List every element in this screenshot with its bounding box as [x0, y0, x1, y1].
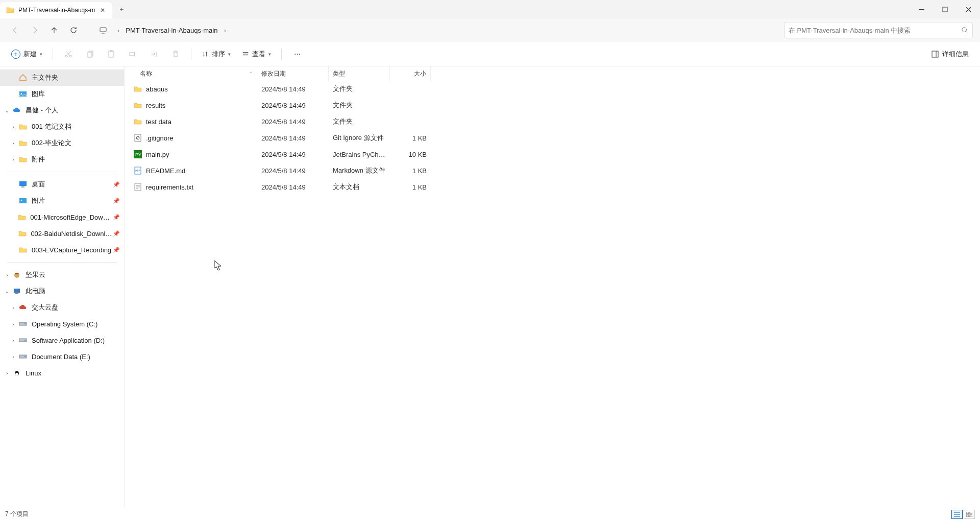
file-date: 2024/5/8 14:49 [257, 118, 329, 126]
tab-close-button[interactable]: ✕ [99, 7, 106, 14]
sidebar-quick-item[interactable]: 003-EVCapture_Recording📌 [0, 242, 124, 258]
sidebar-drive-item[interactable]: ›Operating System (C:) [0, 316, 124, 332]
file-type: Git Ignore 源文件 [329, 133, 390, 143]
search-box[interactable] [784, 22, 973, 38]
refresh-button[interactable] [65, 22, 82, 38]
share-button[interactable] [145, 46, 163, 62]
chevron-right-icon[interactable]: › [2, 370, 12, 376]
chevron-right-icon[interactable]: › [223, 27, 227, 34]
sort-button[interactable]: 排序 ▾ [198, 46, 235, 62]
tab-current[interactable]: PMT-Traversal-in-Abauqs-mai ✕ [0, 2, 112, 18]
sidebar-item[interactable]: ›001-笔记文档 [0, 119, 124, 135]
sidebar-onedrive[interactable]: ⌄ 昌健 - 个人 [0, 102, 124, 119]
sidebar-item[interactable]: ›附件 [0, 151, 124, 168]
file-name: requirements.txt [146, 183, 193, 191]
column-size[interactable]: 大小 [390, 66, 431, 81]
file-row[interactable]: test data2024/5/8 14:49文件夹 [125, 113, 980, 130]
sidebar-nutstore[interactable]: › 坚果云 [0, 267, 124, 283]
file-row[interactable]: PYmain.py2024/5/8 14:49JetBrains PyChar.… [125, 146, 980, 162]
icons-view-toggle[interactable] [964, 510, 975, 519]
maximize-button[interactable] [933, 0, 957, 18]
up-button[interactable] [46, 22, 62, 38]
svg-point-22 [24, 340, 26, 341]
view-button[interactable]: 查看 ▾ [238, 46, 275, 62]
pin-icon: 📌 [113, 247, 120, 253]
file-row[interactable]: .gitignore2024/5/8 14:49Git Ignore 源文件1 … [125, 130, 980, 146]
folder-icon [6, 6, 14, 14]
folder-icon [18, 245, 28, 254]
chevron-right-icon[interactable]: › [8, 140, 18, 146]
svg-rect-5 [88, 52, 92, 57]
svg-rect-1 [100, 28, 106, 32]
file-type: 文本文档 [329, 182, 390, 192]
copy-button[interactable] [81, 46, 99, 62]
column-date[interactable]: 修改日期 [257, 66, 329, 81]
details-view-toggle[interactable] [951, 510, 963, 519]
column-type[interactable]: 类型 [329, 66, 390, 81]
search-input[interactable] [789, 27, 961, 34]
sidebar-drive-item[interactable]: ›交大云盘 [0, 299, 124, 316]
more-button[interactable]: ⋯ [288, 46, 306, 62]
chevron-right-icon[interactable]: › [2, 272, 12, 278]
delete-button[interactable] [166, 46, 185, 62]
rename-button[interactable] [124, 46, 142, 62]
nav-pane[interactable]: 主文件夹 图库 ⌄ 昌健 - 个人 ›001-笔记文档›002-毕业论文›附件 … [0, 66, 125, 508]
new-button[interactable]: + 新建 ▾ [7, 46, 46, 62]
back-button[interactable] [7, 22, 23, 38]
file-list[interactable]: abaqus2024/5/8 14:49文件夹results2024/5/8 1… [125, 81, 980, 508]
sidebar-item[interactable]: ›002-毕业论文 [0, 135, 124, 151]
file-type: 文件夹 [329, 84, 390, 93]
chevron-right-icon[interactable]: › [8, 124, 18, 130]
forward-button[interactable] [27, 22, 43, 38]
details-pane-button[interactable]: 详细信息 [927, 46, 973, 62]
chevron-down-icon: ▾ [228, 52, 231, 57]
paste-button[interactable] [102, 46, 120, 62]
search-icon[interactable] [961, 27, 968, 34]
sidebar-quick-item[interactable]: 图片📌 [0, 193, 124, 209]
details-label: 详细信息 [942, 50, 969, 59]
file-row[interactable]: README.md2024/5/8 14:49Markdown 源文件1 KB [125, 162, 980, 179]
sidebar-gallery[interactable]: 图库 [0, 86, 124, 102]
breadcrumb-segment[interactable]: PMT-Traversal-in-Abauqs-main [122, 25, 220, 36]
new-tab-button[interactable]: ＋ [112, 0, 131, 18]
cut-button[interactable] [59, 46, 78, 62]
sidebar-drive-item[interactable]: ›Document Data (E:) [0, 348, 124, 365]
file-pane: 名称⌃ 修改日期 类型 大小 abaqus2024/5/8 14:49文件夹re… [125, 66, 980, 508]
svg-text:PY: PY [135, 152, 141, 157]
status-text: 7 个项目 [5, 510, 29, 518]
minimize-button[interactable] [910, 0, 933, 18]
titlebar: PMT-Traversal-in-Abauqs-mai ✕ ＋ [0, 0, 980, 18]
sidebar-thispc[interactable]: ⌄ 此电脑 [0, 283, 124, 299]
close-window-button[interactable] [957, 0, 980, 18]
chevron-down-icon[interactable]: ⌄ [2, 108, 12, 113]
svg-point-26 [15, 373, 18, 376]
svg-rect-14 [19, 198, 27, 203]
sidebar-home[interactable]: 主文件夹 [0, 69, 124, 86]
file-row[interactable]: requirements.txt2024/5/8 14:49文本文档1 KB [125, 179, 980, 195]
column-name[interactable]: 名称⌃ [125, 66, 257, 81]
file-type: 文件夹 [329, 101, 390, 110]
chevron-down-icon[interactable]: ⌄ [2, 289, 12, 294]
md-icon [134, 167, 142, 175]
pictures-icon [18, 196, 28, 205]
sidebar-quick-item[interactable]: 桌面📌 [0, 176, 124, 193]
file-row[interactable]: results2024/5/8 14:49文件夹 [125, 97, 980, 113]
svg-rect-12 [19, 181, 27, 186]
chevron-right-icon[interactable]: › [8, 338, 18, 343]
chevron-right-icon[interactable]: › [8, 157, 18, 162]
plus-icon: + [11, 50, 20, 59]
sidebar-quick-item[interactable]: 001-MicrosoftEdge_Download📌 [0, 209, 124, 225]
chevron-right-icon[interactable]: › [8, 354, 18, 360]
folder-icon [18, 229, 27, 238]
chevron-right-icon[interactable]: › [8, 305, 18, 311]
svg-point-15 [21, 200, 22, 201]
chevron-right-icon[interactable]: › [8, 321, 18, 327]
file-row[interactable]: abaqus2024/5/8 14:49文件夹 [125, 81, 980, 97]
chevron-down-icon: ▾ [268, 52, 271, 57]
sidebar-linux[interactable]: › Linux [0, 365, 124, 381]
view-icon [242, 51, 249, 58]
folder-icon [134, 117, 142, 126]
sidebar-quick-item[interactable]: 002-BaiduNetdisk_Download📌 [0, 225, 124, 242]
sidebar-drive-item[interactable]: ›Software Application (D:) [0, 332, 124, 348]
location-pc-icon[interactable] [95, 22, 111, 38]
